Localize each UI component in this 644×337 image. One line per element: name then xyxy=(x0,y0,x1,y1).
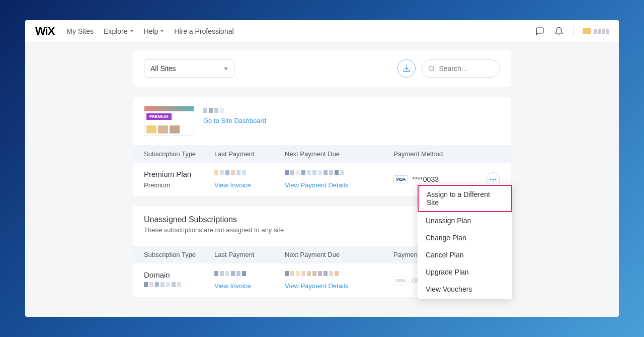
view-invoice-link[interactable]: View Invoice xyxy=(214,282,285,290)
site-thumbnail[interactable]: PREMIUM xyxy=(144,106,194,136)
menu-view-vouchers[interactable]: View Vouchers xyxy=(418,281,512,298)
redacted-value xyxy=(285,271,393,276)
menu-change-plan[interactable]: Change Plan xyxy=(418,229,512,246)
nav-my-sites[interactable]: My Sites xyxy=(66,27,94,35)
topnav-right xyxy=(535,26,609,36)
redacted-value xyxy=(214,271,285,276)
col-next-payment: Next Payment Due xyxy=(285,251,393,258)
site-header: PREMIUM Go to Site Dashboard xyxy=(144,106,500,136)
plan-sub: Premium xyxy=(144,181,214,189)
plan-title: Domain xyxy=(144,271,214,279)
table-row: Premium Plan Premium View Invoice View P… xyxy=(133,163,511,196)
chevron-down-icon xyxy=(160,30,164,32)
svg-line-2 xyxy=(433,70,434,71)
nav-help[interactable]: Help xyxy=(144,27,165,35)
site-subscription-panel: PREMIUM Go to Site Dashboard Subscriptio… xyxy=(133,97,511,196)
menu-unassign-plan[interactable]: Unassign Plan xyxy=(418,212,512,229)
chevron-down-icon xyxy=(130,30,134,32)
menu-upgrade-plan[interactable]: Upgrade Plan xyxy=(418,263,512,281)
svg-point-3 xyxy=(490,179,492,180)
col-subscription-type: Subscription Type xyxy=(144,251,214,258)
download-button[interactable] xyxy=(397,59,416,78)
col-last-payment: Last Payment xyxy=(214,150,285,158)
dashboard-link[interactable]: Go to Site Dashboard xyxy=(203,117,266,124)
avatar-icon xyxy=(583,28,591,34)
wix-logo[interactable]: WiX xyxy=(35,25,54,38)
svg-point-5 xyxy=(495,179,497,180)
chevron-down-icon xyxy=(224,68,228,70)
payment-method-chip: VISA ****0033 xyxy=(393,175,439,183)
site-filter-label: All Sites xyxy=(150,64,176,73)
nav-explore-label: Explore xyxy=(104,27,127,35)
user-avatar[interactable] xyxy=(583,28,609,34)
chat-icon[interactable] xyxy=(535,26,545,36)
search-box[interactable] xyxy=(422,59,500,78)
search-icon xyxy=(428,64,435,73)
site-name-redacted xyxy=(203,108,266,113)
plan-title: Premium Plan xyxy=(144,170,214,178)
premium-badge: PREMIUM xyxy=(146,113,172,120)
site-filter-select[interactable]: All Sites xyxy=(144,59,234,78)
avatar-name-blur xyxy=(594,29,609,34)
col-next-payment: Next Payment Due xyxy=(285,150,393,158)
top-nav: WiX My Sites Explore Help Hire a Profess… xyxy=(25,20,619,42)
filter-panel: All Sites xyxy=(133,50,511,87)
view-payment-details-link[interactable]: View Payment Details xyxy=(285,181,393,189)
redacted-value xyxy=(144,282,214,287)
col-last-payment: Last Payment xyxy=(214,251,285,258)
app-window: WiX My Sites Explore Help Hire a Profess… xyxy=(25,20,619,317)
nav-help-label: Help xyxy=(144,27,158,35)
view-payment-details-link[interactable]: View Payment Details xyxy=(285,282,393,290)
col-payment-method: Payment Method xyxy=(393,150,464,158)
view-invoice-link[interactable]: View Invoice xyxy=(214,181,285,189)
nav-items: My Sites Explore Help Hire a Professiona… xyxy=(66,27,535,35)
svg-point-1 xyxy=(429,66,434,71)
content-area: All Sites PREMIUM xyxy=(25,42,619,317)
menu-assign-different-site[interactable]: Assign to a Different Site xyxy=(418,185,512,212)
col-subscription-type: Subscription Type xyxy=(144,150,214,158)
redacted-value xyxy=(214,170,285,175)
visa-badge: VISA xyxy=(393,277,408,285)
visa-badge: VISA xyxy=(393,175,408,183)
table-header: Subscription Type Last Payment Next Paym… xyxy=(133,145,511,163)
card-last4: ****0033 xyxy=(412,175,439,183)
svg-point-4 xyxy=(493,179,494,180)
nav-explore[interactable]: Explore xyxy=(104,27,133,35)
redacted-value xyxy=(285,170,393,175)
actions-dropdown: Assign to a Different Site Unassign Plan… xyxy=(418,184,512,299)
nav-hire[interactable]: Hire a Professional xyxy=(174,27,233,35)
menu-cancel-plan[interactable]: Cancel Plan xyxy=(418,246,512,263)
nav-divider xyxy=(573,26,574,36)
search-input[interactable] xyxy=(439,64,494,73)
bell-icon[interactable] xyxy=(554,26,564,36)
